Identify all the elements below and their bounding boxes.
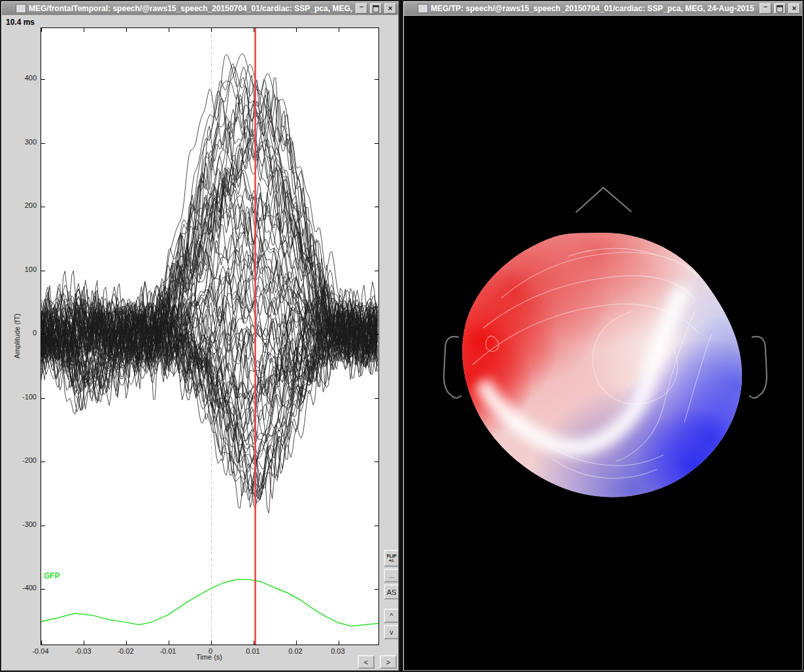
butterfly-titlebar[interactable]: MEG/frontalTemporal: speech/@raws15_spee… — [2, 2, 398, 15]
x-tick-label: 0.02 — [281, 647, 310, 655]
x-tick-label: -0.02 — [111, 647, 140, 655]
options-button[interactable]: ... — [384, 569, 399, 582]
maximize-button[interactable] — [370, 3, 382, 14]
close-button[interactable]: ✕ — [788, 3, 800, 14]
window-menu-icon[interactable] — [418, 4, 428, 13]
desktop: MEG/frontalTemporal: speech/@raws15_spee… — [0, 0, 804, 672]
x-tick-label: -0.01 — [154, 647, 182, 655]
scale-up-button[interactable]: ^ — [384, 609, 399, 623]
maximize-button[interactable] — [774, 3, 786, 14]
x-tick-label: 0.03 — [324, 647, 352, 655]
next-button[interactable]: > — [380, 655, 397, 669]
butterfly-plot-canvas[interactable] — [41, 28, 378, 645]
close-icon: ✕ — [388, 5, 393, 12]
butterfly-plot-area — [41, 27, 379, 645]
autoscale-button[interactable]: AS — [384, 584, 399, 599]
flip-label-bottom: +/- — [389, 558, 394, 563]
topomap-titlebar[interactable]: MEG/TP: speech/@raws15_speech_20150704_0… — [404, 2, 802, 15]
minimize-button[interactable]: – — [356, 3, 367, 14]
y-tick-label: -100 — [7, 393, 37, 401]
butterfly-window: MEG/frontalTemporal: speech/@raws15_spee… — [0, 0, 400, 672]
y-tick-label: 200 — [7, 201, 37, 209]
y-tick-label: -300 — [7, 520, 37, 528]
y-tick-label: 400 — [7, 74, 37, 82]
x-tick-label: 0.01 — [239, 647, 267, 655]
minimize-icon: – — [360, 4, 363, 10]
x-tick-label: -0.03 — [69, 647, 97, 655]
topomap-window: MEG/TP: speech/@raws15_speech_20150704_0… — [402, 0, 804, 672]
cursor-latency-readout: 10.4 ms — [6, 18, 35, 27]
flip-label-top: FLIP — [386, 554, 396, 558]
gfp-label: GFP — [44, 571, 60, 580]
close-button[interactable]: ✕ — [384, 3, 396, 14]
maximize-icon — [373, 5, 379, 12]
close-icon: ✕ — [792, 5, 797, 12]
y-tick-label: -200 — [7, 456, 37, 464]
scale-down-button[interactable]: v — [384, 625, 399, 639]
y-tick-label: 100 — [7, 265, 37, 273]
topomap-content — [403, 16, 803, 671]
flip-polarity-button[interactable]: FLIP +/- — [384, 550, 399, 567]
window-title: MEG/TP: speech/@raws15_speech_20150704_0… — [431, 4, 757, 13]
y-tick-label: -400 — [7, 584, 37, 592]
minimize-icon: – — [763, 4, 767, 10]
topo-map — [403, 16, 803, 669]
previous-button[interactable]: < — [358, 655, 375, 669]
minimize-button[interactable]: – — [760, 3, 771, 14]
window-title: MEG/frontalTemporal: speech/@raws15_spee… — [29, 4, 353, 13]
x-tick-label: -0.04 — [26, 647, 55, 655]
y-tick-label: 0 — [7, 329, 37, 337]
window-menu-icon[interactable] — [16, 4, 26, 13]
x-tick-label: 0 — [196, 647, 225, 655]
y-tick-label: 300 — [7, 138, 37, 146]
maximize-icon — [777, 5, 783, 12]
